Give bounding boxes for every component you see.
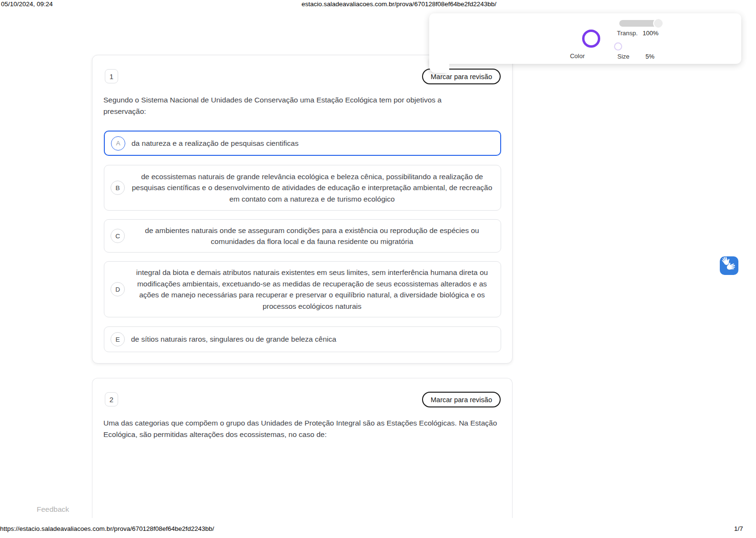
print-footer-url: https://estacio.saladeavaliacoes.com.br/…	[0, 525, 214, 532]
mark-for-review-button[interactable]: Marcar para revisão	[422, 392, 501, 407]
question-number-badge: 2	[105, 392, 118, 406]
answer-option-b[interactable]: B de ecossistemas naturais de grande rel…	[104, 165, 501, 211]
question-text: Segundo o Sistema Nacional de Unidades d…	[103, 94, 484, 117]
color-label: Color	[564, 52, 591, 60]
brush-size-preview-icon	[614, 42, 622, 51]
answer-option-d[interactable]: D integral da biota e demais atributos n…	[104, 261, 501, 317]
option-text: de sítios naturais raros, singulares ou …	[131, 334, 493, 345]
hand-icon: 🖐	[726, 261, 736, 272]
print-footer-page-number: 1/7	[734, 525, 743, 532]
answer-option-a[interactable]: A da natureza e a realização de pesquisa…	[104, 131, 501, 156]
size-value: 5%	[645, 53, 655, 60]
transparency-label: Transp.	[617, 30, 638, 37]
transparency-value: 100%	[643, 30, 658, 37]
annotation-toolbar: Color Transp. 100% Size 5%	[429, 13, 741, 64]
question-text: Uma das categorias que compõem o grupo d…	[103, 417, 507, 440]
print-header-datetime: 05/10/2024, 09:24	[1, 0, 53, 8]
option-text: integral da biota e demais atributos nat…	[131, 267, 493, 312]
answer-option-c[interactable]: C de ambientes naturais onde se assegura…	[104, 219, 501, 253]
answer-option-e[interactable]: E de sítios naturais raros, singulares o…	[104, 326, 501, 352]
option-letter-badge: C	[111, 229, 125, 243]
question-card-2: 2 Marcar para revisão Uma das categorias…	[92, 378, 513, 518]
option-letter-badge: A	[111, 136, 125, 151]
feedback-link[interactable]: Feedback	[37, 505, 69, 514]
toolbar-pointer-tail	[429, 56, 449, 73]
size-label: Size	[617, 53, 629, 60]
sign-language-accessibility-button[interactable]: 🖐 🖐	[720, 256, 738, 275]
option-text: de ecossistemas naturais de grande relev…	[131, 171, 493, 205]
question-card-1: 1 Marcar para revisão Segundo o Sistema …	[92, 55, 513, 364]
option-letter-badge: E	[111, 332, 125, 346]
option-text: da natureza e a realização de pesquisas …	[131, 138, 493, 149]
transparency-slider[interactable]	[619, 20, 662, 27]
option-letter-badge: D	[111, 282, 125, 296]
print-header-url: estacio.saladeavaliacoes.com.br/prova/67…	[302, 0, 496, 8]
slider-knob-icon[interactable]	[653, 18, 664, 29]
question-number-badge: 1	[105, 69, 118, 83]
option-letter-badge: B	[111, 181, 125, 195]
option-text: de ambientes naturais onde se asseguram …	[131, 225, 493, 247]
color-swatch-icon[interactable]	[582, 30, 600, 48]
